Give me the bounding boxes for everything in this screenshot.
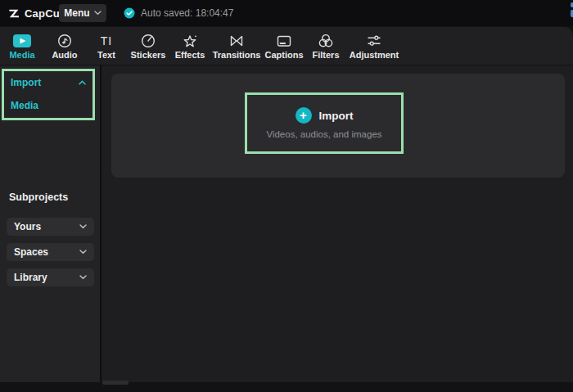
chevron-down-icon	[79, 250, 87, 255]
chevron-down-icon	[94, 11, 102, 16]
sidebar-dropdown-spaces[interactable]: Spaces	[7, 243, 94, 261]
annotation-box-import: + Import Videos, audios, and images	[245, 92, 404, 154]
chevron-down-icon	[79, 275, 87, 280]
chevron-down-icon	[79, 224, 87, 229]
menu-button[interactable]: Menu	[59, 4, 106, 22]
media-item-label: Media	[11, 100, 38, 111]
tab-effects-label: Effects	[175, 50, 205, 60]
chevron-up-icon	[79, 80, 86, 85]
tab-adjustment-label: Adjustment	[350, 50, 399, 60]
autosave-check-icon	[124, 7, 135, 19]
media-toolbar: Media Audio TI Text Stickers	[0, 27, 573, 65]
yours-label: Yours	[14, 221, 41, 232]
autosave-text: Auto saved: 18:04:47	[141, 7, 233, 19]
sidebar-item-media[interactable]: Media	[4, 94, 92, 117]
sidebar-item-subprojects[interactable]: Subprojects	[9, 191, 68, 203]
import-button-label: Import	[319, 110, 354, 122]
capcut-logo-text: CapCut	[25, 7, 63, 20]
transitions-icon	[228, 33, 245, 49]
tab-media[interactable]: Media	[0, 27, 44, 65]
captions-icon	[276, 33, 292, 49]
library-label: Library	[14, 272, 47, 283]
tab-filters-label: Filters	[312, 50, 339, 60]
annotation-box-sidebar: Import Media	[2, 69, 95, 120]
effects-star-icon	[182, 33, 198, 49]
tab-filters[interactable]: Filters	[306, 27, 345, 65]
filters-icon	[318, 33, 334, 49]
tab-text-label: Text	[97, 50, 115, 60]
capcut-logo: CapCut	[8, 0, 63, 26]
tab-media-label: Media	[9, 50, 34, 60]
tab-transitions[interactable]: Transitions	[211, 27, 262, 65]
plus-icon: +	[296, 107, 312, 124]
tab-stickers-label: Stickers	[131, 50, 166, 60]
import-item-label: Import	[11, 77, 41, 88]
text-ti-icon: TI	[101, 33, 112, 49]
tab-adjustment[interactable]: Adjustment	[345, 27, 403, 65]
sticker-icon	[140, 33, 156, 49]
sidebar-item-import[interactable]: Import	[4, 71, 92, 94]
tab-audio-label: Audio	[52, 50, 77, 60]
tab-audio[interactable]: Audio	[44, 27, 85, 65]
tab-transitions-label: Transitions	[213, 50, 261, 60]
horizontal-scrollbar-thumb[interactable]	[102, 381, 129, 385]
top-bar: CapCut Menu Auto saved: 18:04:47	[0, 0, 573, 26]
import-subtitle: Videos, audios, and images	[266, 129, 381, 139]
import-button[interactable]: + Import	[296, 107, 354, 124]
tab-stickers[interactable]: Stickers	[128, 27, 169, 65]
adjustment-icon	[366, 33, 382, 49]
tab-captions-label: Captions	[264, 50, 303, 60]
sidebar-dropdown-yours[interactable]: Yours	[7, 218, 94, 236]
audio-disc-icon	[56, 33, 73, 49]
autosave-status: Auto saved: 18:04:47	[124, 0, 233, 26]
menu-button-label: Menu	[64, 7, 89, 19]
capcut-logo-icon	[8, 7, 20, 20]
media-play-icon	[13, 33, 31, 49]
sidebar-dropdown-library[interactable]: Library	[7, 268, 94, 286]
tab-text[interactable]: TI Text	[85, 27, 128, 65]
tab-effects[interactable]: Effects	[169, 27, 211, 65]
tab-captions[interactable]: Captions	[262, 27, 306, 65]
spaces-label: Spaces	[14, 246, 48, 258]
